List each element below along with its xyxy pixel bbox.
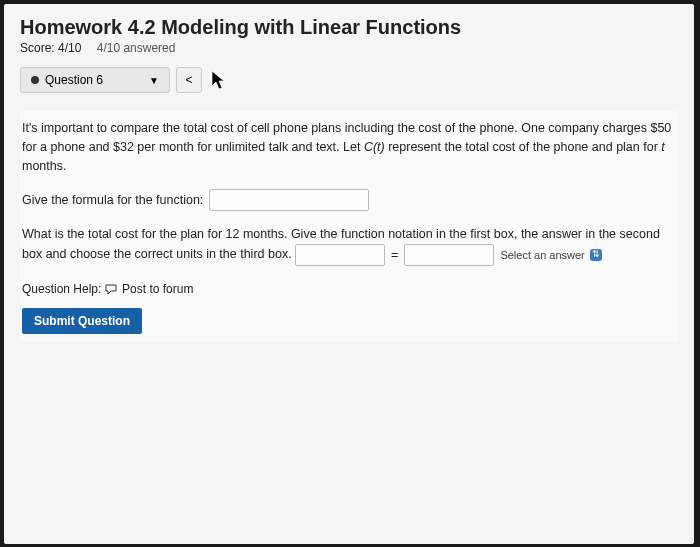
intro-text-c: months. bbox=[22, 159, 66, 173]
part2-row: What is the total cost for the plan for … bbox=[22, 225, 676, 266]
page-container: Homework 4.2 Modeling with Linear Functi… bbox=[4, 4, 694, 544]
select-arrows-icon: ⇅ bbox=[590, 249, 602, 261]
units-select[interactable]: Select an answer ⇅ bbox=[500, 247, 601, 264]
equals-sign: = bbox=[391, 246, 398, 265]
score-line: Score: 4/10 4/10 answered bbox=[20, 41, 678, 55]
problem-intro: It's important to compare the total cost… bbox=[22, 119, 676, 175]
question-nav: Question 6 ▼ < bbox=[20, 67, 678, 93]
answered-count: 4/10 answered bbox=[97, 41, 176, 55]
help-line: Question Help: Post to forum bbox=[22, 280, 676, 298]
formula-row: Give the formula for the function: bbox=[22, 189, 676, 211]
select-label: Select an answer bbox=[500, 247, 584, 264]
page-title: Homework 4.2 Modeling with Linear Functi… bbox=[20, 16, 678, 39]
formula-prompt: Give the formula for the function: bbox=[22, 191, 203, 210]
function-name: C(t) bbox=[364, 140, 385, 154]
question-label: Question 6 bbox=[45, 73, 103, 87]
cursor-icon bbox=[208, 67, 234, 93]
status-dot-icon bbox=[31, 76, 39, 84]
score-value: Score: 4/10 bbox=[20, 41, 81, 55]
question-dropdown[interactable]: Question 6 ▼ bbox=[20, 67, 170, 93]
intro-text-b: represent the total cost of the phone an… bbox=[385, 140, 662, 154]
help-label: Question Help: bbox=[22, 282, 101, 296]
variable-t: t bbox=[661, 140, 664, 154]
prev-question-button[interactable]: < bbox=[176, 67, 202, 93]
function-notation-input[interactable] bbox=[295, 244, 385, 266]
chevron-down-icon: ▼ bbox=[149, 75, 159, 86]
submit-question-button[interactable]: Submit Question bbox=[22, 308, 142, 334]
formula-input[interactable] bbox=[209, 189, 369, 211]
question-content: It's important to compare the total cost… bbox=[20, 111, 678, 342]
answer-input[interactable] bbox=[404, 244, 494, 266]
chat-icon bbox=[105, 280, 117, 298]
post-forum-link[interactable]: Post to forum bbox=[122, 282, 193, 296]
